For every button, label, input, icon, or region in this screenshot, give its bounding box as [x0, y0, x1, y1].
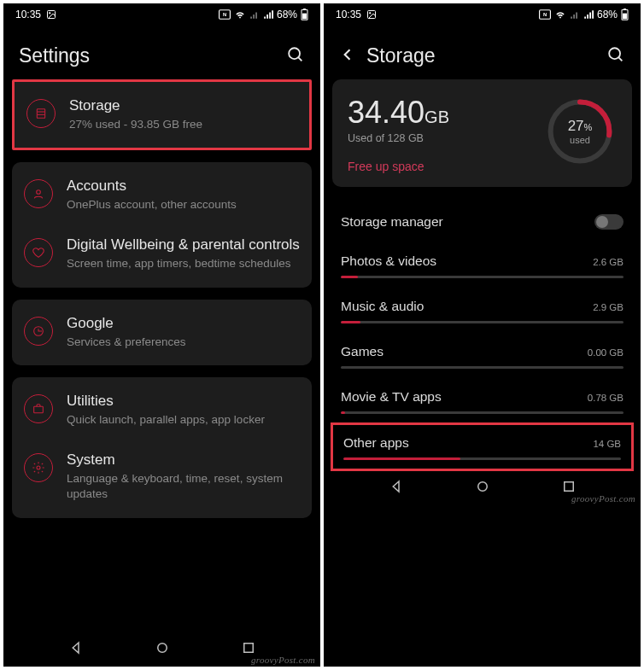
- svg-rect-9: [37, 109, 44, 119]
- storage-summary-card[interactable]: 34.40GB Used of 128 GB Free up space 27%…: [332, 79, 632, 187]
- category-bar: [341, 411, 624, 414]
- back-nav-icon[interactable]: [68, 640, 84, 659]
- watermark: groovyPost.com: [251, 655, 315, 665]
- storage-category-games[interactable]: Games0.00 GB: [324, 332, 641, 377]
- battery-icon: [621, 9, 629, 20]
- settings-group: AccountsOnePlus account, other accountsD…: [12, 162, 312, 287]
- left-phone-settings: 10:35 N 68% Settings: [3, 3, 320, 667]
- item-title: Storage: [69, 97, 297, 114]
- settings-item-google[interactable]: GoogleServices & preferences: [12, 300, 312, 365]
- category-bar: [341, 321, 624, 323]
- search-icon[interactable]: [286, 45, 305, 67]
- item-title: System: [67, 452, 300, 469]
- battery-percent: 68%: [277, 9, 297, 20]
- free-up-space-link[interactable]: Free up space: [348, 160, 449, 173]
- status-time: 10:35: [15, 9, 41, 20]
- category-bar: [341, 276, 624, 278]
- storage-manager-row[interactable]: Storage manager: [324, 199, 641, 242]
- storage-total-label: Used of 128 GB: [348, 132, 449, 144]
- category-size: 2.9 GB: [593, 302, 624, 312]
- gear-icon: [24, 453, 53, 482]
- storage-category-photos-videos[interactable]: Photos & videos2.6 GB: [324, 242, 641, 287]
- storage-ring-chart: 27% used: [543, 95, 617, 168]
- category-title: Games: [341, 344, 383, 359]
- category-title: Photos & videos: [341, 253, 436, 269]
- storage-icon: [26, 99, 56, 128]
- settings-item-digital-wellbeing-parental-controls[interactable]: Digital Wellbeing & parental controlsScr…: [12, 228, 312, 287]
- item-title: Utilities: [67, 393, 300, 410]
- nfc-icon: N: [539, 9, 551, 20]
- item-subtitle: Quick launch, parallel apps, app locker: [67, 412, 300, 428]
- storage-manager-toggle[interactable]: [594, 214, 624, 230]
- settings-item-accounts[interactable]: AccountsOnePlus account, other accounts: [12, 162, 312, 228]
- svg-rect-17: [243, 644, 253, 653]
- briefcase-icon: [24, 394, 53, 423]
- storage-categories: Photos & videos2.6 GBMusic & audio2.9 GB…: [324, 242, 641, 471]
- item-subtitle: Screen time, app timers, bedtime schedul…: [67, 256, 300, 271]
- signal-icon: [249, 9, 260, 20]
- storage-category-other-apps[interactable]: Other apps14 GB: [331, 422, 634, 471]
- item-title: Accounts: [67, 178, 300, 195]
- svg-point-15: [37, 466, 40, 469]
- signal-icon-2: [263, 9, 273, 20]
- settings-item-storage[interactable]: Storage27% used - 93.85 GB free: [15, 82, 309, 148]
- image-icon: [366, 9, 377, 20]
- item-subtitle: OnePlus account, other accounts: [67, 197, 300, 213]
- storage-category-movie-tv-apps[interactable]: Movie & TV apps0.78 GB: [324, 377, 641, 422]
- wifi-icon: [234, 9, 246, 20]
- settings-list[interactable]: Storage27% used - 93.85 GB freeAccountsO…: [3, 79, 320, 632]
- category-title: Music & audio: [341, 299, 424, 314]
- svg-line-26: [618, 57, 622, 61]
- category-title: Movie & TV apps: [341, 389, 442, 405]
- category-title: Other apps: [343, 435, 409, 451]
- svg-text:N: N: [543, 12, 547, 17]
- settings-header: Settings: [3, 26, 320, 79]
- search-icon[interactable]: [606, 45, 625, 67]
- home-nav-icon[interactable]: [475, 479, 490, 498]
- category-size: 0.00 GB: [588, 347, 624, 358]
- category-bar: [341, 366, 624, 369]
- watermark: groovyPost.com: [571, 493, 635, 504]
- category-bar: [343, 457, 621, 460]
- battery-icon: [301, 9, 308, 20]
- home-nav-icon[interactable]: [155, 640, 170, 659]
- svg-point-29: [477, 482, 487, 492]
- right-phone-storage: 10:35 N 68%: [324, 3, 641, 667]
- svg-rect-30: [564, 482, 573, 492]
- back-nav-icon[interactable]: [389, 479, 404, 498]
- back-icon[interactable]: [339, 46, 356, 67]
- signal-icon-2: [583, 9, 594, 20]
- svg-point-16: [157, 644, 167, 653]
- settings-group: UtilitiesQuick launch, parallel apps, ap…: [12, 377, 312, 518]
- storage-category-music-audio[interactable]: Music & audio2.9 GB: [324, 287, 641, 332]
- battery-percent: 68%: [597, 9, 618, 20]
- account-icon: [24, 179, 53, 208]
- item-subtitle: Services & preferences: [67, 335, 300, 350]
- google-icon: [24, 317, 53, 346]
- image-icon: [46, 9, 56, 20]
- category-size: 14 GB: [593, 439, 621, 449]
- status-bar: 10:35 N 68%: [324, 3, 641, 26]
- navigation-bar: groovyPost.com: [3, 632, 320, 667]
- svg-rect-24: [623, 14, 627, 20]
- svg-text:N: N: [223, 12, 226, 17]
- svg-point-7: [289, 48, 300, 59]
- svg-point-12: [37, 190, 41, 195]
- heart-icon: [24, 238, 53, 267]
- settings-item-system[interactable]: SystemLanguage & keyboard, time, reset, …: [12, 443, 312, 517]
- item-title: Digital Wellbeing & parental controls: [67, 236, 300, 253]
- svg-line-8: [298, 57, 302, 61]
- settings-group: Storage27% used - 93.85 GB free: [12, 79, 312, 150]
- navigation-bar: groovyPost.com: [324, 471, 641, 505]
- settings-item-utilities[interactable]: UtilitiesQuick launch, parallel apps, ap…: [12, 377, 312, 443]
- nfc-icon: N: [219, 9, 231, 20]
- svg-point-25: [609, 48, 620, 59]
- page-title: Storage: [366, 44, 436, 67]
- status-bar: 10:35 N 68%: [3, 3, 320, 26]
- status-time: 10:35: [336, 9, 361, 20]
- item-subtitle: 27% used - 93.85 GB free: [69, 117, 297, 132]
- svg-point-19: [370, 13, 372, 15]
- svg-point-1: [50, 13, 51, 15]
- category-size: 2.6 GB: [593, 257, 624, 267]
- item-subtitle: Language & keyboard, time, reset, system…: [67, 471, 300, 502]
